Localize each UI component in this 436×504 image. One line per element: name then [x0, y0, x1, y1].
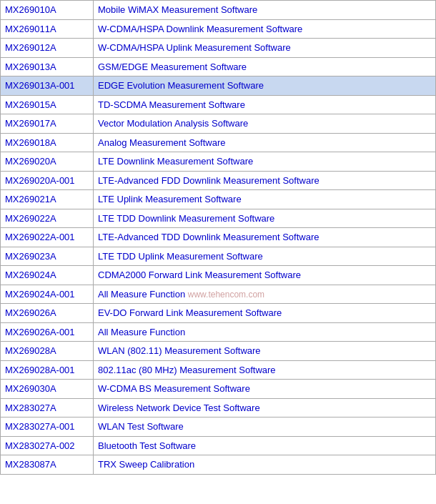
- product-description: Vector Modulation Analysis Software: [94, 114, 436, 134]
- table-row: MX269022ALTE TDD Downlink Measurement So…: [1, 209, 436, 228]
- table-row: MX269010AMobile WiMAX Measurement Softwa…: [1, 1, 436, 20]
- table-row: MX269015ATD-SCDMA Measurement Software: [1, 95, 436, 114]
- product-code: MX269013A-001: [1, 76, 94, 96]
- product-description: Analog Measurement Software: [94, 133, 436, 152]
- product-code: MX269024A-001: [1, 285, 94, 304]
- product-description: All Measure Function: [94, 322, 436, 342]
- product-description: LTE-Advanced TDD Downlink Measurement So…: [94, 228, 436, 247]
- product-code: MX269023A: [1, 247, 94, 266]
- table-row: MX269013A-001EDGE Evolution Measurement …: [1, 76, 436, 96]
- product-description: W-CDMA/HSPA Uplink Measurement Software: [94, 39, 436, 58]
- product-code: MX283027A-002: [1, 436, 94, 455]
- table-row: MX269024A-001All Measure Function www.te…: [1, 285, 436, 304]
- product-description: LTE-Advanced FDD Downlink Measurement So…: [94, 171, 436, 190]
- product-description: Bluetooth Test Software: [94, 436, 436, 455]
- table-row: MX283087ATRX Sweep Calibration: [1, 455, 436, 475]
- table-row: MX269017AVector Modulation Analysis Soft…: [1, 114, 436, 134]
- table-row: MX269012AW-CDMA/HSPA Uplink Measurement …: [1, 39, 436, 58]
- table-row: MX269020A-001LTE-Advanced FDD Downlink M…: [1, 171, 436, 190]
- product-description: GSM/EDGE Measurement Software: [94, 57, 436, 76]
- product-description: CDMA2000 Forward Link Measurement Softwa…: [94, 266, 436, 285]
- product-code: MX269020A-001: [1, 171, 94, 190]
- product-description: W-CDMA BS Measurement Software: [94, 380, 436, 399]
- product-code: MX269026A-001: [1, 322, 94, 342]
- table-row: MX269020ALTE Downlink Measurement Softwa…: [1, 152, 436, 172]
- product-code: MX269022A: [1, 209, 94, 228]
- product-code: MX269028A: [1, 342, 94, 361]
- product-code: MX283027A: [1, 398, 94, 417]
- table-row: MX269028A-001802.11ac (80 MHz) Measureme…: [1, 360, 436, 380]
- table-row: MX283027AWireless Network Device Test So…: [1, 398, 436, 417]
- product-description: LTE Uplink Measurement Software: [94, 190, 436, 209]
- product-code: MX269010A: [1, 1, 94, 20]
- product-description: 802.11ac (80 MHz) Measurement Software: [94, 360, 436, 380]
- table-row: MX269022A-001LTE-Advanced TDD Downlink M…: [1, 228, 436, 247]
- product-description: LTE TDD Uplink Measurement Software: [94, 247, 436, 266]
- table-row: MX283027A-002Bluetooth Test Software: [1, 436, 436, 455]
- product-description: EDGE Evolution Measurement Software: [94, 76, 436, 96]
- table-row: MX269026AEV-DO Forward Link Measurement …: [1, 304, 436, 323]
- product-description: TRX Sweep Calibration: [94, 455, 436, 475]
- table-row: MX283027A-001WLAN Test Software: [1, 417, 436, 437]
- table-row: MX269023ALTE TDD Uplink Measurement Soft…: [1, 247, 436, 266]
- product-code: MX269013A: [1, 57, 94, 76]
- table-row: MX269018AAnalog Measurement Software: [1, 133, 436, 152]
- product-code: MX269020A: [1, 152, 94, 172]
- product-code: MX269021A: [1, 190, 94, 209]
- product-code: MX269022A-001: [1, 228, 94, 247]
- product-code: MX269015A: [1, 95, 94, 114]
- product-code: MX283027A-001: [1, 417, 94, 437]
- product-code: MX269012A: [1, 39, 94, 58]
- product-description: LTE Downlink Measurement Software: [94, 152, 436, 172]
- product-code: MX269028A-001: [1, 360, 94, 380]
- table-row: MX269026A-001All Measure Function: [1, 322, 436, 342]
- table-row: MX269030AW-CDMA BS Measurement Software: [1, 380, 436, 399]
- watermark-text: www.tehencom.com: [188, 290, 264, 300]
- product-description: EV-DO Forward Link Measurement Software: [94, 304, 436, 323]
- table-row: MX269028AWLAN (802.11) Measurement Softw…: [1, 342, 436, 361]
- table-row: MX269021ALTE Uplink Measurement Software: [1, 190, 436, 209]
- product-code: MX283087A: [1, 455, 94, 475]
- product-code: MX269024A: [1, 266, 94, 285]
- table-row: MX269013AGSM/EDGE Measurement Software: [1, 57, 436, 76]
- product-code: MX269026A: [1, 304, 94, 323]
- product-description: Wireless Network Device Test Software: [94, 398, 436, 417]
- product-description: W-CDMA/HSPA Downlink Measurement Softwar…: [94, 19, 436, 39]
- product-description: Mobile WiMAX Measurement Software: [94, 1, 436, 20]
- software-table: MX269010AMobile WiMAX Measurement Softwa…: [0, 0, 436, 475]
- table-row: MX269011AW-CDMA/HSPA Downlink Measuremen…: [1, 19, 436, 39]
- product-description: TD-SCDMA Measurement Software: [94, 95, 436, 114]
- product-description: WLAN Test Software: [94, 417, 436, 437]
- product-code: MX269011A: [1, 19, 94, 39]
- product-description: All Measure Function www.tehencom.com: [94, 285, 436, 304]
- product-code: MX269030A: [1, 380, 94, 399]
- product-code: MX269018A: [1, 133, 94, 152]
- product-code: MX269017A: [1, 114, 94, 134]
- table-row: MX269024ACDMA2000 Forward Link Measureme…: [1, 266, 436, 285]
- product-description: LTE TDD Downlink Measurement Software: [94, 209, 436, 228]
- product-description: WLAN (802.11) Measurement Software: [94, 342, 436, 361]
